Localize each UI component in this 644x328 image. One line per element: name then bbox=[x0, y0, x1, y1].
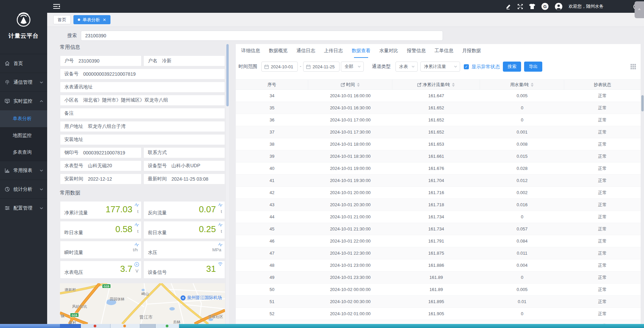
taskbar-start-button[interactable] bbox=[0, 324, 60, 328]
table-row[interactable]: 362024-10-01 17:00:00161.6520正常 bbox=[236, 114, 641, 126]
column-header-时间[interactable]: 时间 bbox=[308, 80, 392, 89]
sidebar-item-配置管理[interactable]: 配置管理 bbox=[0, 198, 47, 217]
table-row[interactable]: 482024-10-01 23:00:00161.8860.004正常 bbox=[236, 259, 641, 271]
table-row[interactable]: 352024-10-01 16:30:00161.6520正常 bbox=[236, 102, 641, 114]
table-cell: 2024-10-01 20:30:00 bbox=[308, 199, 392, 211]
detail-tab-上传日志[interactable]: 上传日志 bbox=[324, 48, 343, 55]
column-settings-icon[interactable] bbox=[631, 64, 636, 69]
pulse-icon bbox=[134, 222, 139, 227]
column-header-用水量/吨[interactable]: 用水量/吨 bbox=[480, 80, 564, 89]
detail-tab-数据查看[interactable]: 数据查看 bbox=[352, 48, 371, 55]
table-row[interactable]: 512024-10-02 00:30:00161.8950.01正常 bbox=[236, 296, 641, 308]
table-row[interactable]: 402024-10-01 19:00:00161.6760.028正常 bbox=[236, 162, 641, 175]
taskbar-app-button[interactable] bbox=[60, 324, 81, 328]
scroll-top-button[interactable]: ^ bbox=[635, 1, 644, 18]
channel-select[interactable]: 水表 bbox=[395, 62, 418, 72]
map-place-label: 风炉后坑 bbox=[72, 304, 87, 309]
taskbar-app-button[interactable] bbox=[156, 324, 179, 328]
date-to-input[interactable]: 2024-11-25 bbox=[303, 62, 340, 72]
detail-tab-水量对比[interactable]: 水量对比 bbox=[379, 48, 398, 55]
table-row[interactable]: 342024-10-01 16:00:00161.6470.005正常 bbox=[236, 90, 641, 102]
search-input[interactable] bbox=[81, 31, 443, 41]
taskbar-app-button[interactable] bbox=[140, 324, 156, 328]
table-cell: 50 bbox=[236, 284, 308, 296]
taskbar-app-button[interactable] bbox=[81, 324, 110, 328]
sort-carets-icon[interactable] bbox=[531, 83, 534, 87]
fullscreen-icon[interactable] bbox=[517, 4, 523, 9]
table-row[interactable]: 462024-10-01 22:00:00161.7910.084正常 bbox=[236, 235, 641, 247]
sidebar-subitem-单表分析[interactable]: 单表分析 bbox=[0, 110, 47, 127]
sidebar-item-统计分析[interactable]: 统计分析 bbox=[0, 180, 47, 198]
sort-carets-icon[interactable] bbox=[452, 83, 455, 87]
sidebar-item-实时监控[interactable]: 实时监控 bbox=[0, 92, 47, 110]
table-cell: 37 bbox=[236, 126, 308, 138]
map-place-label: 镇 bbox=[61, 314, 64, 319]
table-cell: 49 bbox=[236, 271, 308, 284]
detail-tab-详细信息[interactable]: 详细信息 bbox=[241, 48, 260, 55]
table-row[interactable]: 502024-10-02 00:00:00161.890.005正常 bbox=[236, 284, 641, 296]
sidebar-item-label: 通信管理 bbox=[13, 79, 32, 85]
info-field-设备号: 设备号00000000392210007819 bbox=[60, 69, 225, 79]
table-scrollbar-thumb[interactable] bbox=[641, 95, 644, 111]
table-cell: 2024-10-01 16:30:00 bbox=[308, 102, 392, 114]
user-avatar-icon[interactable] bbox=[555, 3, 562, 10]
table-row[interactable]: 422024-10-01 20:00:00161.7160.002正常 bbox=[236, 187, 641, 199]
edit-icon[interactable] bbox=[506, 4, 511, 9]
column-header-净累计流量/吨[interactable]: 净累计流量/吨 bbox=[392, 80, 480, 89]
location-map[interactable]: G15G15塘新村田园张林崎山风炉后坑镇晋江市后林杏坂社区袁村泉州晋江国际机场 bbox=[60, 283, 225, 324]
sidebar-item-通信管理[interactable]: 通信管理 bbox=[0, 73, 47, 92]
sidebar-subitem-多表查询[interactable]: 多表查询 bbox=[0, 144, 47, 161]
date-from-input[interactable]: 2024-10-01 bbox=[261, 62, 298, 72]
table-row[interactable]: 522024-10-02 01:00:00161.9050正常 bbox=[236, 308, 641, 320]
table-row[interactable]: 392024-10-01 18:30:00161.6610.015正常 bbox=[236, 150, 641, 162]
table-row[interactable]: 492024-10-01 23:30:00161.890正常 bbox=[236, 271, 641, 284]
menu-toggle-icon[interactable] bbox=[53, 4, 60, 9]
sidebar-item-label: 实时监控 bbox=[13, 98, 32, 104]
table-scrollbar[interactable] bbox=[641, 51, 644, 328]
table-row[interactable]: 442024-10-01 21:00:00161.7340正常 bbox=[236, 211, 641, 223]
table-cell: 2024-10-01 18:00:00 bbox=[308, 138, 392, 150]
table-row[interactable]: 472024-10-01 22:30:00161.8750.011正常 bbox=[236, 247, 641, 259]
theme-icon[interactable] bbox=[529, 4, 535, 9]
g-icon[interactable]: G bbox=[541, 3, 549, 10]
table-row[interactable]: 372024-10-01 17:30:00161.6520.001正常 bbox=[236, 126, 641, 138]
close-tab-icon[interactable]: ✕ bbox=[103, 17, 106, 22]
table-row[interactable]: 452024-10-01 21:30:00161.7340.057正常 bbox=[236, 223, 641, 235]
tab-label: 首页 bbox=[58, 17, 66, 23]
left-panel-scrollbar[interactable] bbox=[226, 44, 229, 324]
taskbar-app-button[interactable] bbox=[110, 324, 140, 328]
detail-tab-通信日志[interactable]: 通信日志 bbox=[296, 48, 315, 55]
airport-marker[interactable]: 泉州晋江国际机场 bbox=[181, 295, 222, 301]
metric-select[interactable]: 净累计流量 bbox=[420, 62, 460, 72]
left-scrollbar-thumb[interactable] bbox=[226, 44, 229, 106]
export-button[interactable]: 导出 bbox=[524, 62, 542, 72]
show-abnormal-checkbox[interactable]: ✓ bbox=[464, 64, 469, 69]
sidebar-item-首页[interactable]: 首页 bbox=[0, 54, 47, 73]
table-cell: 正常 bbox=[564, 223, 641, 235]
detail-tab-报警信息[interactable]: 报警信息 bbox=[407, 48, 426, 55]
table-row[interactable]: 432024-10-01 20:30:00161.7180.016正常 bbox=[236, 199, 641, 211]
detail-tab-月报数据[interactable]: 月报数据 bbox=[462, 48, 481, 55]
sort-carets-icon[interactable] bbox=[357, 83, 360, 87]
sidebar-subitem-地图监控[interactable]: 地图监控 bbox=[0, 127, 47, 144]
granularity-select[interactable]: 全部 bbox=[341, 62, 364, 72]
table-row[interactable]: 412024-10-01 19:30:00161.7040.012正常 bbox=[236, 175, 641, 187]
table-cell: 正常 bbox=[564, 138, 641, 150]
workspace-tab-单表分析[interactable]: 单表分析✕ bbox=[73, 15, 110, 24]
table-cell: 0.084 bbox=[480, 235, 564, 247]
detail-tab-数据概览[interactable]: 数据概览 bbox=[269, 48, 288, 55]
table-cell: 正常 bbox=[564, 259, 641, 271]
sidebar-nav: 首页通信管理实时监控单表分析地图监控多表查询常用报表统计分析配置管理 bbox=[0, 54, 47, 217]
table-cell: 0 bbox=[480, 114, 564, 126]
field-value: 2024-11-25 03:08 bbox=[171, 176, 208, 182]
sidebar-item-常用报表[interactable]: 常用报表 bbox=[0, 161, 47, 180]
table-cell: 正常 bbox=[564, 150, 641, 162]
search-button[interactable]: 搜索 bbox=[503, 62, 521, 72]
table-cell: 51 bbox=[236, 296, 308, 308]
sidebar-item-label: 统计分析 bbox=[13, 186, 32, 192]
workspace-tab-首页[interactable]: 首页 bbox=[53, 15, 71, 24]
table-row[interactable]: 382024-10-01 18:00:00161.6530.008正常 bbox=[236, 138, 641, 150]
detail-tab-工单信息[interactable]: 工单信息 bbox=[434, 48, 453, 55]
field-label: 设备型号 bbox=[148, 163, 167, 169]
field-value: 冷新 bbox=[162, 58, 171, 64]
